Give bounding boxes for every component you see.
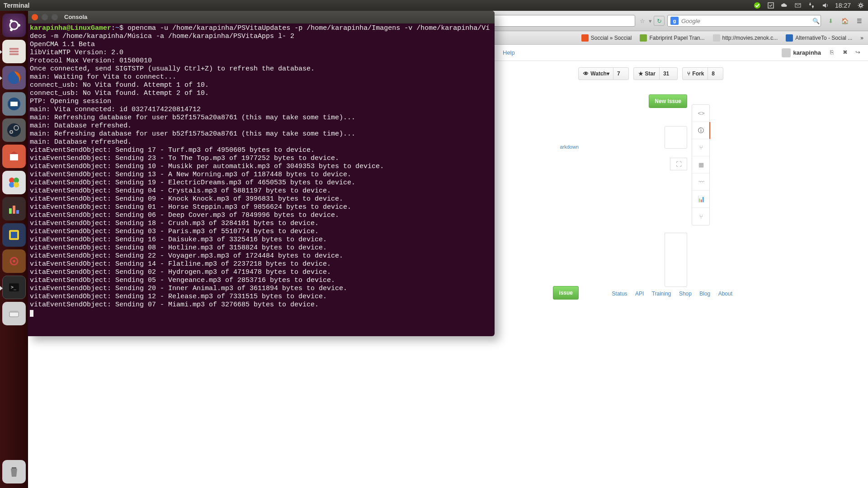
bookmark-item[interactable]: Soccial » Soccial xyxy=(581,34,632,42)
repo-actions: 👁 Watch ▾7 ★ Star31 ⑂ Fork8 xyxy=(574,67,723,80)
network-icon[interactable] xyxy=(808,2,815,9)
launcher-playonlinux[interactable] xyxy=(2,171,26,194)
download-icon[interactable]: ⬇ xyxy=(826,16,835,26)
graphs-icon[interactable]: 📊 xyxy=(692,191,710,208)
launcher-terminal[interactable]: >_ xyxy=(2,276,26,299)
launcher-thunderbird[interactable] xyxy=(2,92,26,116)
settings-icon[interactable]: ✖ xyxy=(843,49,851,57)
search-input[interactable] xyxy=(681,18,811,24)
svg-point-7 xyxy=(10,28,13,31)
bookmarks-overflow[interactable]: » xyxy=(860,35,863,41)
menu-icon[interactable]: ☰ xyxy=(854,16,864,26)
svg-point-0 xyxy=(754,2,760,9)
footer-link[interactable]: Shop xyxy=(679,291,692,297)
cloud-icon[interactable] xyxy=(781,2,788,9)
pr-icon[interactable]: ⑂ xyxy=(692,139,710,156)
terminal-window: Consola karapinha@LinuxGamer:~$ opencma … xyxy=(28,11,495,336)
issue-body-box[interactable] xyxy=(665,233,687,287)
svg-rect-22 xyxy=(13,206,15,214)
markdown-hint: arkdown xyxy=(560,144,579,150)
top-panel: Terminal 18:27 xyxy=(0,0,868,11)
svg-rect-23 xyxy=(16,210,19,214)
watch-button[interactable]: 👁 Watch ▾7 xyxy=(578,67,628,80)
footer-link[interactable]: Training xyxy=(652,291,671,297)
svg-rect-25 xyxy=(11,232,17,238)
svg-rect-21 xyxy=(9,208,12,214)
svg-point-5 xyxy=(18,24,20,27)
launcher-software-center[interactable] xyxy=(2,145,26,168)
clock[interactable]: 18:27 xyxy=(835,2,851,9)
unity-launcher: >_ xyxy=(0,11,28,488)
launcher-trash[interactable] xyxy=(2,460,26,483)
sound-icon[interactable] xyxy=(821,2,829,9)
launcher-dash[interactable] xyxy=(2,14,26,37)
svg-rect-13 xyxy=(10,102,18,106)
pulse-icon[interactable]: 〰 xyxy=(692,174,710,191)
launcher-virtualbox[interactable] xyxy=(2,223,26,247)
issue-title-box[interactable] xyxy=(665,126,687,149)
user-menu[interactable]: karapinha xyxy=(782,48,821,57)
svg-rect-8 xyxy=(9,48,19,50)
app-title: Terminal xyxy=(4,2,29,9)
feed-icon[interactable]: ☆ xyxy=(640,18,645,24)
bookmark-item[interactable]: AlternativeTo - Social ... xyxy=(786,34,852,42)
fullscreen-icon[interactable]: ⛶ xyxy=(670,158,687,170)
svg-rect-9 xyxy=(9,51,19,52)
svg-text:>_: >_ xyxy=(11,285,17,290)
svg-point-20 xyxy=(14,182,19,188)
bookmark-item[interactable]: Fabriprint Papel Tran... xyxy=(640,34,704,42)
footer-link[interactable]: Blog xyxy=(699,291,710,297)
terminal-titlebar[interactable]: Consola xyxy=(28,11,495,23)
launcher-system-monitor[interactable] xyxy=(2,197,26,221)
gear-icon[interactable] xyxy=(857,2,864,9)
network-icon[interactable]: ⑂ xyxy=(692,208,710,225)
home-icon[interactable]: 🏠 xyxy=(840,16,850,26)
terminal-cursor xyxy=(30,310,33,317)
google-icon: g xyxy=(670,17,679,25)
fork-button[interactable]: ⑂ Fork8 xyxy=(682,67,723,80)
svg-point-14 xyxy=(7,123,21,137)
mail-icon[interactable] xyxy=(794,2,802,9)
terminal-body[interactable]: karapinha@LinuxGamer:~$ opencma -u /home… xyxy=(28,23,495,318)
launcher-settings[interactable] xyxy=(2,249,26,273)
help-link[interactable]: Help xyxy=(503,49,515,56)
edit-icon[interactable] xyxy=(767,2,774,9)
maximize-icon[interactable] xyxy=(52,14,58,20)
reload-icon[interactable]: ↻ xyxy=(654,16,665,26)
svg-point-6 xyxy=(10,19,13,22)
launcher-disk[interactable] xyxy=(2,302,26,325)
search-bar[interactable]: g 🔍 xyxy=(667,15,821,27)
svg-point-4 xyxy=(10,21,18,29)
svg-rect-31 xyxy=(9,311,19,313)
issues-icon[interactable]: ⓘ xyxy=(692,122,710,139)
minimize-icon[interactable] xyxy=(42,14,48,20)
launcher-files[interactable] xyxy=(2,40,26,63)
svg-point-27 xyxy=(13,260,15,263)
avatar xyxy=(782,48,791,57)
footer-link[interactable]: API xyxy=(635,291,644,297)
svg-rect-32 xyxy=(12,467,16,469)
code-icon[interactable]: <> xyxy=(692,105,710,122)
footer-link[interactable]: Status xyxy=(612,291,627,297)
new-issue-button[interactable]: New Issue xyxy=(649,94,687,108)
close-icon[interactable] xyxy=(32,14,38,20)
launcher-steam[interactable] xyxy=(2,118,26,142)
search-icon[interactable]: 🔍 xyxy=(811,18,821,24)
svg-rect-10 xyxy=(9,53,19,55)
star-button[interactable]: ★ Star31 xyxy=(633,67,678,80)
launcher-firefox[interactable] xyxy=(2,66,26,89)
terminal-output: OpenCMA 1.1 Beta libVitaMTP Version: 2.0… xyxy=(30,41,384,309)
new-repo-icon[interactable]: ⎘ xyxy=(830,49,838,57)
footer-link[interactable]: About xyxy=(718,291,732,297)
checkmark-icon[interactable] xyxy=(754,2,761,9)
bookmark-item[interactable]: http://movies.zenok.c... xyxy=(713,34,778,42)
terminal-title: Consola xyxy=(64,13,87,21)
logout-icon[interactable]: ↪ xyxy=(855,49,863,57)
wiki-icon[interactable]: ▦ xyxy=(692,156,710,174)
repo-side-nav: <> ⓘ ⑂ ▦ 〰 📊 ⑂ xyxy=(692,104,710,225)
svg-point-3 xyxy=(859,4,862,7)
